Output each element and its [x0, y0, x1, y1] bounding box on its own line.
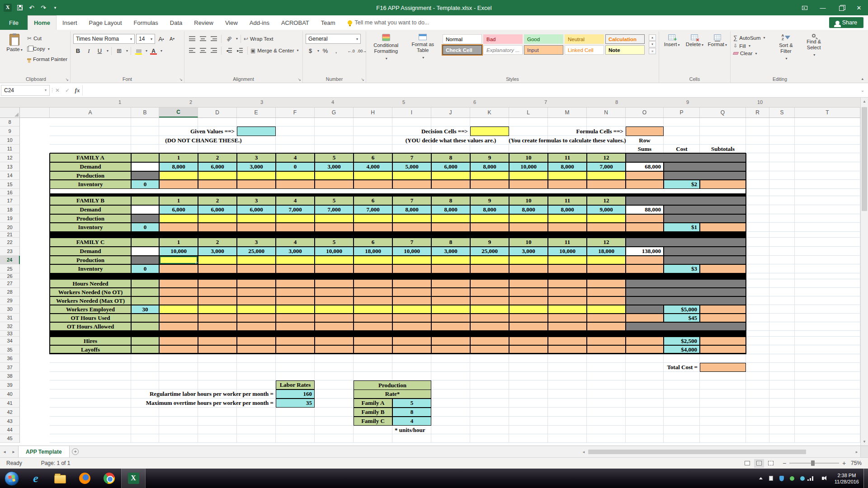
cell-K45[interactable] [470, 434, 509, 443]
sheet-nav-right-icon[interactable]: ▸ [9, 446, 18, 457]
cell-N17[interactable]: 12 [587, 196, 626, 205]
cell-E11[interactable] [237, 145, 276, 153]
cell-M8[interactable] [548, 118, 587, 127]
cell-M34[interactable] [548, 337, 587, 345]
cell-E9[interactable] [237, 127, 276, 136]
cell-M40[interactable] [548, 389, 587, 399]
cell-I41[interactable]: 5 [392, 399, 431, 408]
row-header-26[interactable]: 26 [0, 273, 20, 279]
cell-I27[interactable] [392, 279, 431, 288]
cell-L11[interactable] [509, 145, 548, 153]
cell-Q30[interactable] [700, 305, 746, 314]
increase-indent-button[interactable]: ▸ [235, 46, 245, 55]
cell-G34[interactable] [315, 337, 354, 345]
cell-N14[interactable] [587, 171, 626, 180]
align-left-button[interactable] [187, 46, 197, 55]
cell-F19[interactable] [276, 214, 315, 223]
col-header-N[interactable]: N [587, 108, 626, 117]
cell-M17[interactable]: 11 [548, 196, 587, 205]
cell-I37[interactable] [392, 363, 431, 372]
expand-formula-bar-icon[interactable]: ⌄ [858, 88, 867, 93]
cell-R34[interactable] [746, 337, 769, 345]
cell-H31[interactable] [354, 314, 392, 322]
name-box[interactable]: C24▾ [1, 85, 50, 96]
cell-T10[interactable] [795, 136, 860, 145]
cell-L22[interactable]: 10 [509, 238, 548, 247]
cell-S43[interactable] [769, 417, 795, 426]
cell-T20[interactable] [795, 223, 860, 232]
cell-S39[interactable] [769, 380, 795, 389]
cell-H27[interactable] [354, 279, 392, 288]
cell-N43[interactable] [587, 417, 626, 426]
cell-K20[interactable] [470, 223, 509, 232]
page-break-view-button[interactable] [766, 459, 776, 468]
cell-F29[interactable] [276, 296, 315, 305]
cell-M32[interactable] [548, 322, 587, 331]
horizontal-scrollbar[interactable]: ◂ ▸ [580, 446, 860, 457]
cell-M43[interactable] [548, 417, 587, 426]
cell-I22[interactable]: 7 [392, 238, 431, 247]
cell-T8[interactable] [795, 118, 860, 127]
cell-margin17[interactable] [20, 196, 50, 205]
cell-D20[interactable] [198, 223, 237, 232]
cell-R33[interactable] [746, 331, 769, 337]
cell-P14[interactable] [664, 171, 746, 180]
copy-button[interactable]: Copy▾ [27, 44, 67, 53]
cell-E14[interactable] [237, 171, 276, 180]
cell-J12[interactable]: 8 [431, 153, 470, 162]
cell-H10[interactable] [354, 136, 392, 145]
row-header-31[interactable]: 31 [0, 314, 20, 322]
col-header-T[interactable]: T [795, 108, 860, 117]
cell-margin10[interactable] [20, 136, 50, 145]
tab-team[interactable]: Team [315, 15, 341, 30]
cell-R30[interactable] [746, 305, 769, 314]
cell-K37[interactable] [470, 363, 509, 372]
fill-button[interactable]: ⇩Fill▾ [733, 43, 771, 49]
cell-D39[interactable] [198, 380, 237, 389]
delete-cells-button[interactable]: Delete▾ [684, 32, 704, 47]
cell-G32[interactable] [315, 322, 354, 331]
taskbar-clock[interactable]: 2:38 PM 11/28/2016 [830, 472, 863, 485]
cell-A24[interactable]: Production [50, 256, 131, 264]
cell-D23[interactable]: 3,000 [198, 247, 237, 256]
cell-A44[interactable] [50, 426, 131, 434]
cell-O30[interactable] [626, 305, 664, 314]
row-header-35[interactable]: 35 [0, 345, 20, 354]
cell-C9[interactable]: Given Values ==> [159, 127, 237, 136]
row-header-34[interactable]: 34 [0, 337, 20, 345]
cell-B32[interactable] [131, 322, 159, 331]
cell-L40[interactable] [509, 389, 548, 399]
cell-C17[interactable]: 1 [159, 196, 198, 205]
cell-F11[interactable] [276, 145, 315, 153]
cell-K22[interactable]: 9 [470, 238, 509, 247]
cell-T23[interactable] [795, 247, 860, 256]
cell-Q38[interactable] [700, 372, 746, 380]
cell-B17[interactable] [131, 196, 159, 205]
borders-button[interactable]: ⊞ [114, 46, 124, 56]
cell-S40[interactable] [769, 389, 795, 399]
cell-P18[interactable] [664, 205, 746, 214]
cell-A23[interactable]: Demand [50, 247, 131, 256]
cell-A30[interactable]: Workers Employed [50, 305, 131, 314]
row-header-43[interactable]: 43 [0, 417, 20, 426]
cell-I14[interactable] [392, 171, 431, 180]
cell-R21[interactable] [746, 232, 769, 238]
cell-K41[interactable] [470, 399, 509, 408]
cell-S37[interactable] [769, 363, 795, 372]
cell-K18[interactable]: 8,000 [470, 205, 509, 214]
cell-K11[interactable] [470, 145, 509, 153]
zoom-slider-thumb[interactable] [811, 460, 815, 466]
cell-margin35[interactable] [20, 345, 50, 354]
cell-K12[interactable]: 9 [470, 153, 509, 162]
cell-M38[interactable] [548, 372, 587, 380]
cell-R26[interactable] [746, 273, 769, 279]
cell-I36[interactable] [392, 354, 431, 363]
cell-M15[interactable] [548, 180, 587, 189]
cell-R13[interactable] [746, 162, 769, 171]
cell-M23[interactable]: 10,000 [548, 247, 587, 256]
cell-Q39[interactable] [700, 380, 746, 389]
cell-H15[interactable] [354, 180, 392, 189]
cell-R23[interactable] [746, 247, 769, 256]
cell-A8[interactable] [50, 118, 131, 127]
cell-J38[interactable] [431, 372, 470, 380]
